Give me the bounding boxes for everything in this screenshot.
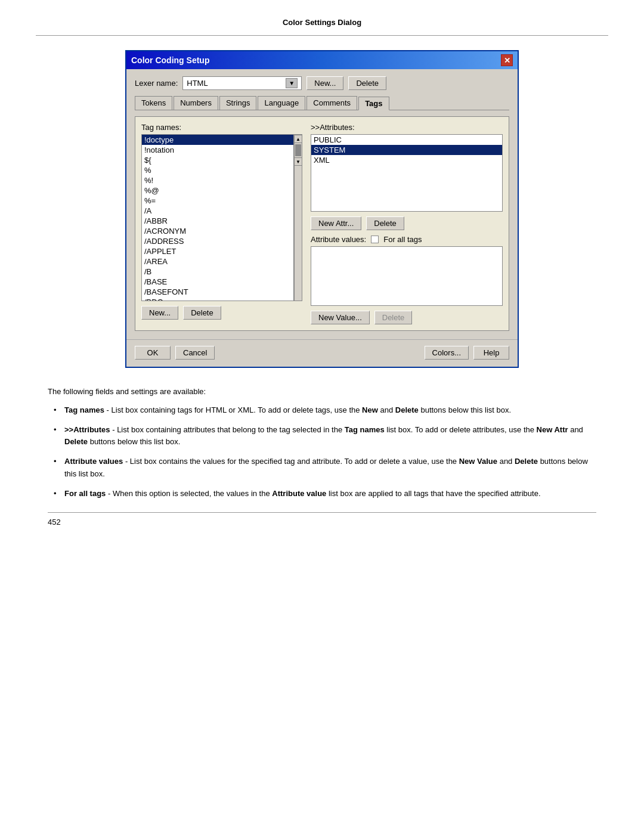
- tag-names-scrollbar[interactable]: ▲ ▼: [294, 134, 302, 301]
- tag-names-column: Tag names: !doctype !notation ${ % %! %@…: [141, 123, 302, 324]
- list-item[interactable]: /BASEFONT: [142, 287, 293, 297]
- doc-text-attributes: - List box containing attributes that be…: [112, 425, 345, 434]
- list-item[interactable]: ${: [142, 155, 293, 165]
- new-value-button[interactable]: New Value...: [311, 311, 370, 324]
- tab-tokens[interactable]: Tokens: [135, 96, 172, 110]
- list-item[interactable]: /AREA: [142, 256, 293, 267]
- doc-text-attr-values: - List box contains the values for the s…: [125, 457, 459, 466]
- cancel-button[interactable]: Cancel: [175, 346, 215, 360]
- doc-bold-delete: Delete: [395, 405, 419, 414]
- lexer-select[interactable]: HTML ▼: [182, 76, 302, 90]
- dialog-body: Lexer name: HTML ▼ New... Delete Tokens …: [126, 69, 518, 339]
- list-item[interactable]: /ACRONYM: [142, 226, 293, 236]
- tag-names-buttons: New... Delete: [141, 306, 302, 320]
- tag-names-list[interactable]: !doctype !notation ${ % %! %@ %= /A /ABB…: [141, 134, 294, 301]
- tag-names-list-wrapper: !doctype !notation ${ % %! %@ %= /A /ABB…: [141, 134, 302, 301]
- lexer-delete-button[interactable]: Delete: [348, 76, 386, 90]
- scroll-up-arrow[interactable]: ▲: [294, 135, 302, 143]
- attr-values-label: Attribute values:: [311, 235, 366, 244]
- ok-button[interactable]: OK: [135, 346, 171, 360]
- doc-text-below2: buttons below this list box.: [90, 437, 181, 446]
- tag-names-label: Tag names:: [141, 123, 302, 132]
- delete-attr-button[interactable]: Delete: [366, 216, 404, 230]
- tab-tags[interactable]: Tags: [358, 97, 389, 110]
- documentation-section: The following fields and settings are av…: [48, 386, 596, 528]
- list-item[interactable]: /BASE: [142, 277, 293, 287]
- colors-button[interactable]: Colors...: [425, 346, 469, 360]
- doc-bold-delete2: Delete: [64, 437, 88, 446]
- list-item[interactable]: %@: [142, 185, 293, 196]
- scroll-down-arrow[interactable]: ▼: [294, 157, 302, 166]
- attr-buttons: New Attr... Delete: [311, 216, 503, 230]
- for-all-tags-label: For all tags: [383, 235, 422, 244]
- list-item[interactable]: %!: [142, 175, 293, 185]
- doc-bold-attr-value-ref: Attribute value: [272, 489, 326, 498]
- tab-language[interactable]: Language: [258, 96, 305, 110]
- doc-bold-for-all-tags: For all tags: [64, 489, 106, 498]
- doc-item-for-all-tags: For all tags - When this option is selec…: [60, 488, 596, 500]
- tab-comments[interactable]: Comments: [306, 96, 357, 110]
- tab-strings[interactable]: Strings: [219, 96, 256, 110]
- doc-text-attributes2: list box. To add or delete attributes, u…: [386, 425, 536, 434]
- list-item[interactable]: PUBLIC: [311, 135, 502, 145]
- list-item[interactable]: /A: [142, 206, 293, 216]
- value-delete-button[interactable]: Delete: [374, 311, 413, 324]
- doc-item-tag-names: Tag names - List box containing tags for…: [60, 404, 596, 417]
- list-item[interactable]: /ABBR: [142, 216, 293, 226]
- dialog-footer: OK Cancel Colors... Help: [126, 339, 518, 367]
- doc-bold-new-attr: New Attr: [537, 425, 568, 434]
- doc-item-attributes: >>Attributes - List box containing attri…: [60, 424, 596, 449]
- doc-bold-new: New: [362, 405, 378, 414]
- list-item[interactable]: %: [142, 165, 293, 175]
- for-all-tags-checkbox[interactable]: [371, 236, 379, 243]
- list-item[interactable]: /APPLET: [142, 246, 293, 256]
- close-button[interactable]: ✕: [501, 54, 513, 66]
- doc-bold-tag-names-ref: Tag names: [345, 425, 385, 434]
- lexer-value: HTML: [187, 79, 208, 88]
- scroll-thumb[interactable]: [295, 144, 301, 156]
- list-item[interactable]: !doctype: [142, 135, 293, 145]
- list-item[interactable]: SYSTEM: [311, 145, 502, 155]
- tabs-row: Tokens Numbers Strings Language Comments…: [135, 96, 509, 110]
- tag-new-button[interactable]: New...: [141, 306, 178, 320]
- footer-left-buttons: OK Cancel: [135, 346, 215, 360]
- help-button[interactable]: Help: [473, 346, 509, 360]
- list-item[interactable]: XML: [311, 155, 502, 165]
- lexer-dropdown-arrow[interactable]: ▼: [286, 78, 298, 88]
- doc-text-for-all-tags: - When this option is selected, the valu…: [108, 489, 272, 498]
- two-col-layout: Tag names: !doctype !notation ${ % %! %@…: [141, 123, 503, 324]
- list-item[interactable]: %=: [142, 196, 293, 206]
- new-attr-button[interactable]: New Attr...: [311, 216, 361, 230]
- doc-bold-new-value: New Value: [459, 457, 497, 466]
- list-item[interactable]: /ADDRESS: [142, 236, 293, 246]
- doc-list: Tag names - List box containing tags for…: [48, 404, 596, 500]
- dialog-window: Color Coding Setup ✕ Lexer name: HTML ▼ …: [125, 50, 519, 368]
- attributes-column: >>Attributes: PUBLIC SYSTEM XML New Attr…: [311, 123, 503, 324]
- lexer-label: Lexer name:: [135, 79, 178, 88]
- list-item[interactable]: /B: [142, 267, 293, 277]
- doc-item-attr-values: Attribute values - List box contains the…: [60, 456, 596, 481]
- doc-bold-attr-values: Attribute values: [64, 457, 123, 466]
- doc-bold-attributes: >>Attributes: [64, 425, 110, 434]
- attributes-list[interactable]: PUBLIC SYSTEM XML: [311, 134, 503, 212]
- doc-bold-tag-names: Tag names: [64, 405, 104, 414]
- list-item[interactable]: /BDO: [142, 297, 293, 301]
- doc-text-for-all-tags2: list box are applied to all tags that ha…: [329, 489, 541, 498]
- attr-values-row: Attribute values: For all tags: [311, 235, 503, 244]
- content-area: Tag names: !doctype !notation ${ % %! %@…: [135, 116, 509, 331]
- doc-text-and-delete: and: [380, 405, 395, 414]
- attr-values-buttons: New Value... Delete: [311, 311, 503, 324]
- tab-numbers[interactable]: Numbers: [174, 96, 218, 110]
- tag-delete-button[interactable]: Delete: [183, 306, 221, 320]
- doc-bold-delete3: Delete: [515, 457, 538, 466]
- dialog-title: Color Coding Setup: [131, 55, 209, 65]
- doc-intro: The following fields and settings are av…: [48, 386, 596, 398]
- page-title: Color Settings Dialog: [36, 12, 608, 36]
- list-item[interactable]: !notation: [142, 145, 293, 155]
- lexer-new-button[interactable]: New...: [306, 76, 343, 90]
- dialog-titlebar: Color Coding Setup ✕: [126, 51, 518, 69]
- doc-text-and2: and: [570, 425, 583, 434]
- footer-right-buttons: Colors... Help: [425, 346, 509, 360]
- page-number: 452: [48, 512, 596, 529]
- attr-values-list[interactable]: [311, 246, 503, 306]
